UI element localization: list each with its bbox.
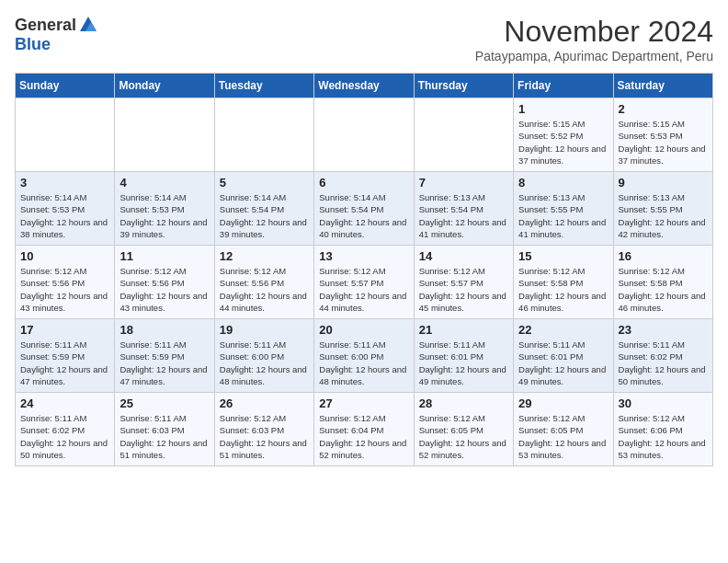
header-sunday: Sunday (16, 74, 115, 98)
calendar-cell: 26Sunrise: 5:12 AM Sunset: 6:03 PM Dayli… (214, 393, 313, 466)
day-number: 27 (319, 396, 408, 410)
day-number: 29 (518, 396, 608, 410)
calendar-cell: 29Sunrise: 5:12 AM Sunset: 6:05 PM Dayli… (514, 393, 613, 466)
calendar-cell: 17Sunrise: 5:11 AM Sunset: 5:59 PM Dayli… (16, 319, 115, 393)
calendar-table: SundayMondayTuesdayWednesdayThursdayFrid… (15, 73, 713, 466)
day-info: Sunrise: 5:11 AM Sunset: 5:59 PM Dayligh… (20, 339, 109, 387)
day-info: Sunrise: 5:11 AM Sunset: 6:02 PM Dayligh… (20, 412, 109, 461)
day-number: 13 (319, 249, 408, 263)
calendar-week-2: 3Sunrise: 5:14 AM Sunset: 5:53 PM Daylig… (16, 172, 713, 246)
header-tuesday: Tuesday (214, 74, 313, 98)
calendar-cell: 19Sunrise: 5:11 AM Sunset: 6:00 PM Dayli… (214, 319, 313, 393)
calendar-cell (115, 98, 214, 172)
calendar-header-row: SundayMondayTuesdayWednesdayThursdayFrid… (16, 74, 713, 98)
day-info: Sunrise: 5:15 AM Sunset: 5:52 PM Dayligh… (518, 118, 608, 167)
calendar-cell: 11Sunrise: 5:12 AM Sunset: 5:56 PM Dayli… (115, 246, 214, 319)
day-info: Sunrise: 5:12 AM Sunset: 5:57 PM Dayligh… (419, 265, 508, 314)
day-info: Sunrise: 5:12 AM Sunset: 5:56 PM Dayligh… (119, 265, 209, 314)
day-number: 10 (20, 249, 109, 263)
day-number: 7 (419, 176, 508, 190)
header-monday: Monday (115, 74, 214, 98)
day-number: 17 (20, 323, 109, 337)
day-info: Sunrise: 5:14 AM Sunset: 5:53 PM Dayligh… (119, 191, 209, 240)
calendar-cell: 7Sunrise: 5:13 AM Sunset: 5:54 PM Daylig… (414, 172, 513, 246)
day-number: 23 (619, 323, 708, 337)
day-number: 19 (220, 323, 309, 337)
calendar-cell: 18Sunrise: 5:11 AM Sunset: 5:59 PM Dayli… (115, 319, 214, 393)
calendar-week-4: 17Sunrise: 5:11 AM Sunset: 5:59 PM Dayli… (16, 319, 713, 393)
day-info: Sunrise: 5:14 AM Sunset: 5:53 PM Dayligh… (20, 191, 109, 240)
day-info: Sunrise: 5:11 AM Sunset: 6:02 PM Dayligh… (619, 339, 708, 387)
day-info: Sunrise: 5:11 AM Sunset: 6:01 PM Dayligh… (419, 339, 508, 387)
header-wednesday: Wednesday (314, 74, 414, 98)
day-info: Sunrise: 5:12 AM Sunset: 5:56 PM Dayligh… (20, 265, 109, 314)
calendar-cell (414, 98, 513, 172)
calendar-cell: 24Sunrise: 5:11 AM Sunset: 6:02 PM Dayli… (16, 393, 115, 466)
day-info: Sunrise: 5:14 AM Sunset: 5:54 PM Dayligh… (319, 191, 408, 240)
day-number: 25 (119, 396, 209, 410)
day-info: Sunrise: 5:13 AM Sunset: 5:55 PM Dayligh… (619, 191, 708, 240)
day-number: 4 (119, 176, 209, 190)
day-number: 24 (20, 396, 109, 410)
calendar-cell: 4Sunrise: 5:14 AM Sunset: 5:53 PM Daylig… (115, 172, 214, 246)
calendar-cell: 5Sunrise: 5:14 AM Sunset: 5:54 PM Daylig… (214, 172, 313, 246)
day-info: Sunrise: 5:12 AM Sunset: 6:04 PM Dayligh… (319, 412, 408, 461)
calendar-cell: 8Sunrise: 5:13 AM Sunset: 5:55 PM Daylig… (514, 172, 613, 246)
logo-blue: Blue (15, 35, 51, 53)
day-number: 2 (619, 102, 708, 116)
calendar-cell (314, 98, 414, 172)
calendar-cell: 14Sunrise: 5:12 AM Sunset: 5:57 PM Dayli… (414, 246, 513, 319)
calendar-cell: 3Sunrise: 5:14 AM Sunset: 5:53 PM Daylig… (16, 172, 115, 246)
day-number: 30 (619, 396, 708, 410)
calendar-cell: 16Sunrise: 5:12 AM Sunset: 5:58 PM Dayli… (613, 246, 712, 319)
calendar-cell: 30Sunrise: 5:12 AM Sunset: 6:06 PM Dayli… (613, 393, 712, 466)
day-number: 28 (419, 396, 508, 410)
day-number: 18 (119, 323, 209, 337)
day-info: Sunrise: 5:11 AM Sunset: 5:59 PM Dayligh… (119, 339, 209, 387)
day-number: 6 (319, 176, 408, 190)
title-area: November 2024 Pataypampa, Apurimac Depar… (475, 15, 713, 63)
day-info: Sunrise: 5:12 AM Sunset: 5:58 PM Dayligh… (518, 265, 608, 314)
day-info: Sunrise: 5:11 AM Sunset: 6:00 PM Dayligh… (220, 339, 309, 387)
day-info: Sunrise: 5:13 AM Sunset: 5:54 PM Dayligh… (419, 191, 508, 240)
day-number: 1 (518, 102, 608, 116)
day-number: 16 (619, 249, 708, 263)
calendar-week-3: 10Sunrise: 5:12 AM Sunset: 5:56 PM Dayli… (16, 246, 713, 319)
day-number: 5 (220, 176, 309, 190)
calendar-cell: 13Sunrise: 5:12 AM Sunset: 5:57 PM Dayli… (314, 246, 414, 319)
day-number: 8 (518, 176, 608, 190)
calendar-cell (16, 98, 115, 172)
logo-icon (78, 15, 98, 35)
day-info: Sunrise: 5:11 AM Sunset: 6:01 PM Dayligh… (518, 339, 608, 387)
calendar-cell: 20Sunrise: 5:11 AM Sunset: 6:00 PM Dayli… (314, 319, 414, 393)
header-friday: Friday (514, 74, 613, 98)
calendar-cell: 27Sunrise: 5:12 AM Sunset: 6:04 PM Dayli… (314, 393, 414, 466)
day-info: Sunrise: 5:12 AM Sunset: 6:05 PM Dayligh… (419, 412, 508, 461)
day-number: 15 (518, 249, 608, 263)
logo-general: General (15, 16, 76, 35)
day-number: 9 (619, 176, 708, 190)
page-header: General Blue November 2024 Pataypampa, A… (15, 15, 713, 63)
calendar-week-1: 1Sunrise: 5:15 AM Sunset: 5:52 PM Daylig… (16, 98, 713, 172)
day-info: Sunrise: 5:12 AM Sunset: 5:56 PM Dayligh… (220, 265, 309, 314)
day-number: 11 (119, 249, 209, 263)
day-number: 22 (518, 323, 608, 337)
day-number: 14 (419, 249, 508, 263)
month-title: November 2024 (475, 15, 713, 49)
header-saturday: Saturday (613, 74, 712, 98)
day-info: Sunrise: 5:13 AM Sunset: 5:55 PM Dayligh… (518, 191, 608, 240)
location-subtitle: Pataypampa, Apurimac Department, Peru (475, 49, 713, 63)
day-info: Sunrise: 5:15 AM Sunset: 5:53 PM Dayligh… (619, 118, 708, 167)
header-thursday: Thursday (414, 74, 513, 98)
day-number: 3 (20, 176, 109, 190)
day-info: Sunrise: 5:11 AM Sunset: 6:03 PM Dayligh… (119, 412, 209, 461)
day-info: Sunrise: 5:12 AM Sunset: 5:57 PM Dayligh… (319, 265, 408, 314)
calendar-cell: 12Sunrise: 5:12 AM Sunset: 5:56 PM Dayli… (214, 246, 313, 319)
calendar-cell: 25Sunrise: 5:11 AM Sunset: 6:03 PM Dayli… (115, 393, 214, 466)
calendar-cell (214, 98, 313, 172)
day-number: 20 (319, 323, 408, 337)
calendar-week-5: 24Sunrise: 5:11 AM Sunset: 6:02 PM Dayli… (16, 393, 713, 466)
day-info: Sunrise: 5:12 AM Sunset: 6:05 PM Dayligh… (518, 412, 608, 461)
day-info: Sunrise: 5:11 AM Sunset: 6:00 PM Dayligh… (319, 339, 408, 387)
day-number: 26 (220, 396, 309, 410)
